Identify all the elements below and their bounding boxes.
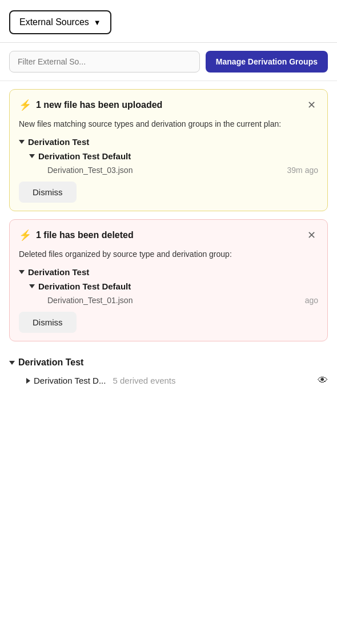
top-bar: External Sources ▼ <box>0 0 337 43</box>
dropdown-label: External Sources <box>19 17 89 27</box>
delete-file-time: ago <box>305 296 318 305</box>
filter-input[interactable] <box>9 51 200 73</box>
upload-tree-level3-file: Derivation_Test_03.json 39m ago <box>47 166 318 175</box>
triangle-down-icon <box>9 361 15 365</box>
upload-notification-card: ⚡ 1 new file has been uploaded ✕ New fil… <box>9 89 328 211</box>
bolt-icon-upload: ⚡ <box>19 99 31 111</box>
delete-close-button[interactable]: ✕ <box>305 230 318 240</box>
delete-tree-level3-file: Derivation_Test_01.json ago <box>47 296 318 305</box>
upload-notif-title: 1 new file has been uploaded <box>36 100 162 110</box>
eye-icon[interactable]: 👁 <box>318 375 328 387</box>
notifications-area: ⚡ 1 new file has been uploaded ✕ New fil… <box>0 81 337 349</box>
triangle-right-icon <box>26 378 30 384</box>
delete-notif-description: Deleted files organized by source type a… <box>19 248 318 260</box>
main-tree-level1[interactable]: Derivation Test <box>9 357 328 368</box>
upload-tree-level2[interactable]: Derivation Test Default <box>29 151 318 161</box>
upload-notif-header: ⚡ 1 new file has been uploaded ✕ <box>19 99 318 111</box>
main-tree-level2-label: Derivation Test D... <box>34 376 106 385</box>
upload-notif-title-row: ⚡ 1 new file has been uploaded <box>19 99 162 111</box>
triangle-down-icon <box>19 270 25 274</box>
delete-notif-header: ⚡ 1 file has been deleted ✕ <box>19 229 318 242</box>
triangle-down-icon <box>29 154 35 158</box>
main-tree-level2: Derivation Test D... 5 derived events 👁 <box>26 375 328 387</box>
chevron-down-icon: ▼ <box>94 18 101 27</box>
external-sources-dropdown[interactable]: External Sources ▼ <box>9 10 111 34</box>
triangle-down-icon <box>29 284 35 288</box>
toolbar: Manage Derivation Groups <box>0 43 337 81</box>
triangle-down-icon <box>19 140 25 144</box>
delete-tree-level2[interactable]: Derivation Test Default <box>29 281 318 291</box>
delete-tree-level1[interactable]: Derivation Test <box>19 267 318 277</box>
upload-file-name: Derivation_Test_03.json <box>47 166 133 175</box>
upload-close-button[interactable]: ✕ <box>305 100 318 110</box>
main-content: Derivation Test Derivation Test D... 5 d… <box>0 349 337 399</box>
upload-notif-description: New files matching source types and deri… <box>19 118 318 130</box>
upload-file-time: 39m ago <box>287 166 318 175</box>
delete-dismiss-button[interactable]: Dismiss <box>19 312 77 333</box>
delete-notif-title-row: ⚡ 1 file has been deleted <box>19 229 134 242</box>
manage-derivation-groups-button[interactable]: Manage Derivation Groups <box>206 51 328 73</box>
upload-tree-level1[interactable]: Derivation Test <box>19 137 318 147</box>
main-tree-level2-left[interactable]: Derivation Test D... 5 derived events <box>26 376 176 385</box>
upload-tree: Derivation Test Derivation Test Default … <box>19 137 318 175</box>
bolt-icon-delete: ⚡ <box>19 229 31 242</box>
delete-notification-card: ⚡ 1 file has been deleted ✕ Deleted file… <box>9 219 328 341</box>
upload-dismiss-button[interactable]: Dismiss <box>19 182 77 203</box>
delete-tree: Derivation Test Derivation Test Default … <box>19 267 318 305</box>
delete-notif-title: 1 file has been deleted <box>36 230 134 240</box>
delete-file-name: Derivation_Test_01.json <box>47 296 133 305</box>
derived-events-count: 5 derived events <box>113 376 175 385</box>
